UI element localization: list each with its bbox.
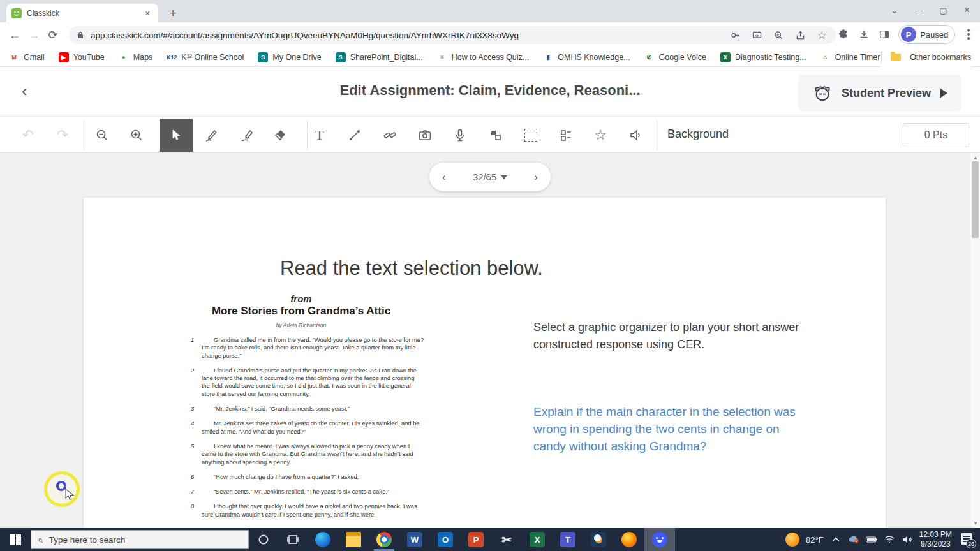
text-tool-icon[interactable]: T bbox=[303, 119, 336, 152]
volume-icon[interactable] bbox=[902, 535, 913, 544]
link-tool-icon[interactable] bbox=[373, 119, 406, 152]
zoom-page-icon[interactable] bbox=[772, 29, 785, 41]
camera-tool-icon[interactable] bbox=[408, 119, 442, 152]
tab-close-icon[interactable]: × bbox=[142, 8, 153, 19]
select-pointer-tool[interactable] bbox=[160, 119, 193, 152]
taskbar-app-icon[interactable] bbox=[369, 528, 399, 551]
taskbar-app-icon[interactable]: X bbox=[522, 528, 553, 551]
cortana-button[interactable] bbox=[249, 528, 278, 551]
manipulatives-tool-icon[interactable] bbox=[479, 119, 512, 152]
install-app-icon[interactable] bbox=[750, 29, 763, 41]
bookmark-item[interactable]: ▮ OMHS Knowledge... bbox=[543, 52, 630, 62]
side-panel-icon[interactable] bbox=[878, 28, 891, 41]
password-key-icon[interactable] bbox=[729, 29, 741, 41]
url-text: app.classkick.com/#/account/assignments/… bbox=[91, 31, 721, 40]
temperature-label[interactable]: 82°F bbox=[806, 535, 824, 545]
notification-count-badge: 26 bbox=[966, 539, 976, 548]
taskbar-app-icon[interactable] bbox=[308, 528, 338, 551]
bookmark-item[interactable]: S My One Drive bbox=[258, 52, 321, 62]
bookmark-item[interactable]: ✆ Google Voice bbox=[644, 52, 706, 62]
bookmark-favicon: S bbox=[336, 52, 346, 62]
compare-order-tool-icon[interactable] bbox=[549, 119, 583, 152]
scroll-down-icon[interactable]: ▼ bbox=[970, 520, 980, 526]
wifi-icon[interactable] bbox=[884, 536, 895, 543]
canvas-area: Read the text selection below. from More… bbox=[0, 153, 980, 528]
audio-tool-icon[interactable] bbox=[619, 119, 652, 152]
background-label[interactable]: Background bbox=[667, 128, 729, 141]
line-tool-icon[interactable] bbox=[338, 119, 371, 152]
story-passage: from More Stories from Grandma’s Attic b… bbox=[191, 293, 424, 525]
scroll-up-icon[interactable]: ▲ bbox=[970, 155, 980, 161]
share-icon[interactable] bbox=[794, 29, 806, 41]
extensions-puzzle-icon[interactable] bbox=[837, 28, 850, 41]
taskbar-app-icon[interactable]: T bbox=[553, 528, 583, 551]
zoom-out-icon[interactable] bbox=[85, 119, 119, 152]
taskbar-app-icon[interactable]: W bbox=[399, 528, 430, 551]
classkick-header: ‹ Edit Assignment: Claim, Evidence, Reas… bbox=[0, 67, 980, 116]
new-tab-button[interactable]: + bbox=[165, 5, 181, 22]
taskbar-app-icon[interactable] bbox=[338, 528, 369, 551]
bookmark-item[interactable]: ✳ How to Access Quiz... bbox=[437, 52, 530, 62]
eraser-tool-icon[interactable] bbox=[264, 119, 297, 152]
system-tray: 82°F 12:03 PM 9/3/2023 26 bbox=[785, 530, 980, 549]
taskbar-app-icon[interactable]: P bbox=[461, 528, 491, 551]
bookmark-item[interactable]: ∴ Online Timer bbox=[820, 52, 880, 62]
taskbar-app-icon[interactable] bbox=[583, 528, 614, 551]
taskbar-app-icon[interactable] bbox=[614, 528, 644, 551]
zoom-in-icon[interactable] bbox=[120, 119, 153, 152]
forward-icon[interactable]: → bbox=[24, 29, 43, 42]
taskbar-app-icon[interactable] bbox=[644, 528, 675, 551]
microphone-tool-icon[interactable] bbox=[443, 119, 477, 152]
taskbar-app-icon[interactable]: ✂ bbox=[491, 528, 522, 551]
tab-search-icon[interactable]: ⌄ bbox=[891, 6, 898, 15]
bookmark-item[interactable]: K12 K¹² Online School bbox=[167, 52, 244, 62]
page-number-dropdown[interactable]: 32/65 bbox=[473, 172, 508, 182]
action-center-button[interactable]: 26 bbox=[958, 533, 975, 547]
browser-tab-classkick[interactable]: Classkick × bbox=[6, 4, 158, 22]
bookmark-item[interactable]: M Gmail bbox=[9, 52, 45, 62]
redo-icon[interactable]: ↷ bbox=[46, 119, 79, 152]
search-placeholder: Type here to search bbox=[49, 535, 125, 545]
bookmark-item[interactable]: X Diagnostic Testing... bbox=[720, 52, 806, 62]
bookmark-star-icon[interactable]: ☆ bbox=[815, 29, 828, 41]
story-paragraph: 4 Mr. Jenkins set three cakes of yeast o… bbox=[191, 420, 424, 436]
hidden-icons-chevron[interactable] bbox=[830, 537, 842, 542]
prev-page-icon[interactable]: ‹ bbox=[442, 171, 446, 184]
bookmark-favicon: ✆ bbox=[644, 52, 655, 62]
star-sticker-tool-icon[interactable]: ☆ bbox=[584, 119, 617, 152]
close-icon[interactable]: × bbox=[964, 4, 970, 16]
taskbar-search-box[interactable]: ⌕ Type here to search bbox=[31, 530, 249, 549]
task-view-button[interactable] bbox=[278, 528, 308, 551]
lock-icon bbox=[77, 31, 84, 39]
taskbar-clock[interactable]: 12:03 PM 9/3/2023 bbox=[919, 530, 952, 549]
maximize-icon[interactable]: ▢ bbox=[939, 6, 947, 15]
story-paragraph: 8 I thought that over quickly. I would h… bbox=[191, 503, 424, 518]
undo-icon[interactable]: ↶ bbox=[11, 119, 45, 152]
selection-box-tool-icon[interactable] bbox=[514, 119, 547, 152]
scrollbar-thumb[interactable] bbox=[972, 161, 979, 238]
onedrive-error-icon[interactable] bbox=[848, 535, 859, 544]
other-bookmarks-button[interactable]: Other bookmarks bbox=[891, 53, 971, 62]
minimize-icon[interactable]: — bbox=[914, 6, 923, 15]
chrome-menu-icon[interactable]: ••• bbox=[963, 29, 974, 41]
vertical-scrollbar[interactable]: ▲ ▼ bbox=[970, 153, 980, 528]
bookmark-item[interactable]: ▶ YouTube bbox=[59, 52, 105, 62]
student-preview-button[interactable]: Student Preview bbox=[798, 75, 961, 112]
profile-sync-paused[interactable]: P Paused bbox=[898, 25, 955, 44]
back-icon[interactable]: ← bbox=[5, 29, 24, 42]
points-button[interactable]: 0 Pts bbox=[903, 123, 969, 147]
weather-icon[interactable] bbox=[785, 533, 799, 547]
pen-tool-icon[interactable] bbox=[195, 119, 228, 152]
owl-icon bbox=[812, 84, 833, 103]
bookmark-item[interactable]: S SharePoint_Digital... bbox=[336, 52, 423, 62]
slide-sheet[interactable]: Read the text selection below. from More… bbox=[84, 198, 886, 528]
downloads-icon[interactable] bbox=[858, 28, 870, 41]
start-button[interactable] bbox=[0, 528, 31, 551]
highlighter-tool-icon[interactable] bbox=[231, 119, 264, 152]
battery-icon[interactable] bbox=[866, 536, 877, 543]
address-bar[interactable]: app.classkick.com/#/account/assignments/… bbox=[69, 26, 836, 44]
next-page-icon[interactable]: › bbox=[534, 171, 538, 184]
bookmark-item[interactable]: ● Maps bbox=[119, 52, 153, 62]
taskbar-app-icon[interactable]: O bbox=[430, 528, 461, 551]
reload-icon[interactable]: ⟳ bbox=[43, 28, 63, 42]
